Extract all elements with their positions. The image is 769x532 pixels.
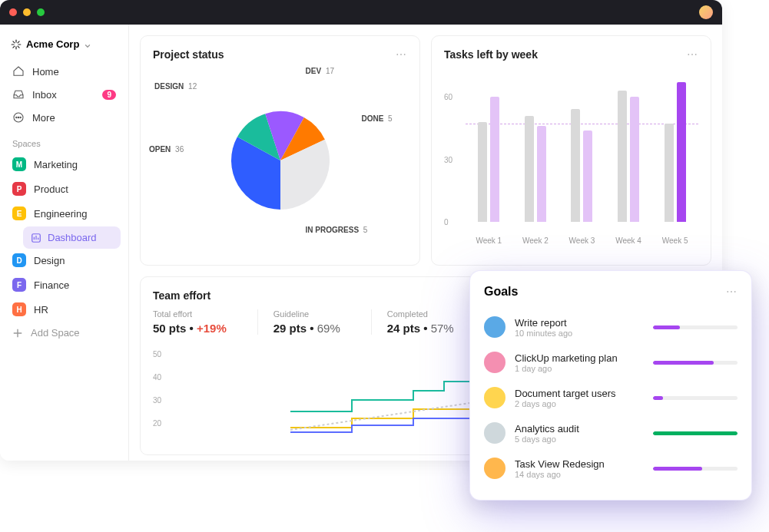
goal-name: Document target users bbox=[515, 388, 644, 399]
tasks-left-card: Tasks left by week ⋯ 03060Week 1Week 2We… bbox=[431, 35, 711, 266]
svg-point-11 bbox=[20, 117, 21, 117]
user-avatar[interactable] bbox=[699, 5, 713, 19]
goal-time: 1 day ago bbox=[515, 364, 644, 373]
svg-line-5 bbox=[18, 46, 19, 48]
nav-label: Inbox bbox=[32, 89, 57, 101]
more-icon bbox=[12, 111, 25, 124]
space-item[interactable]: MMarketing bbox=[8, 153, 121, 176]
goal-progress bbox=[653, 467, 738, 471]
team-stat: Completed24 pts • 57% bbox=[371, 309, 454, 335]
space-item[interactable]: FFinance bbox=[8, 273, 121, 296]
y-tick-label: 40 bbox=[153, 373, 161, 382]
goals-panel: Goals ⋯ Write report10 minutes ago Click… bbox=[469, 270, 752, 501]
bar bbox=[571, 109, 580, 222]
spaces-section-label: Spaces bbox=[8, 130, 121, 153]
space-badge-icon: F bbox=[12, 278, 26, 292]
goal-time: 5 days ago bbox=[515, 435, 644, 444]
stat-value: 50 pts • +19% bbox=[153, 322, 227, 335]
dashboard-icon bbox=[31, 233, 41, 243]
pie-label: IN PROGRESS 5 bbox=[306, 226, 368, 234]
bar-group bbox=[478, 97, 499, 222]
plus-icon bbox=[12, 328, 23, 339]
pie-chart: IN PROGRESS 5DONE 5DEV 17DESIGN 12OPEN 3… bbox=[153, 68, 407, 253]
goal-progress bbox=[653, 396, 738, 400]
y-tick-label: 20 bbox=[153, 419, 161, 428]
space-item[interactable]: EEngineering bbox=[8, 202, 121, 225]
goal-avatar bbox=[484, 422, 505, 444]
minimize-window-icon[interactable] bbox=[23, 8, 31, 16]
x-tick-label: Week 5 bbox=[662, 236, 688, 245]
stat-label: Completed bbox=[387, 309, 454, 319]
space-label: Product bbox=[34, 183, 68, 195]
nav-label: Home bbox=[32, 66, 59, 78]
add-space-button[interactable]: Add Space bbox=[8, 322, 121, 343]
card-more-icon[interactable]: ⋯ bbox=[396, 48, 407, 61]
nav-home[interactable]: Home bbox=[8, 61, 121, 82]
x-tick-label: Week 4 bbox=[615, 236, 641, 245]
goals-more-icon[interactable]: ⋯ bbox=[726, 286, 738, 298]
svg-line-4 bbox=[13, 41, 15, 42]
goal-avatar bbox=[484, 352, 505, 373]
goal-progress bbox=[653, 325, 738, 329]
stat-label: Total effort bbox=[153, 309, 227, 319]
chevron-down-icon bbox=[84, 41, 91, 48]
card-title: Tasks left by week bbox=[444, 48, 538, 61]
bar bbox=[537, 126, 546, 222]
pie-label: DONE 5 bbox=[361, 114, 392, 123]
home-icon bbox=[12, 65, 25, 78]
workspace-name: Acme Corp bbox=[26, 38, 79, 50]
goals-title: Goals bbox=[484, 285, 518, 299]
bar-group bbox=[571, 109, 592, 222]
bar-chart: 03060Week 1Week 2Week 3Week 4Week 5 bbox=[444, 68, 698, 245]
bar bbox=[665, 124, 674, 222]
goal-item[interactable]: Task View Redesign14 days ago bbox=[484, 451, 738, 486]
inbox-badge: 9 bbox=[102, 90, 116, 100]
goal-item[interactable]: ClickUp marketing plan1 day ago bbox=[484, 345, 738, 380]
card-title: Project status bbox=[153, 48, 224, 61]
svg-point-10 bbox=[18, 117, 18, 117]
space-label: Marketing bbox=[34, 159, 78, 170]
space-badge-icon: M bbox=[12, 157, 26, 171]
space-label: Engineering bbox=[34, 208, 87, 220]
card-more-icon[interactable]: ⋯ bbox=[687, 48, 698, 61]
space-sub-dashboard[interactable]: Dashboard bbox=[23, 226, 121, 249]
y-tick-label: 50 bbox=[153, 350, 161, 359]
space-badge-icon: H bbox=[12, 302, 26, 316]
y-tick-label: 0 bbox=[444, 218, 449, 226]
maximize-window-icon[interactable] bbox=[37, 8, 45, 16]
goal-time: 14 days ago bbox=[515, 470, 644, 479]
card-title: Team effort bbox=[153, 289, 210, 302]
close-window-icon[interactable] bbox=[9, 8, 17, 16]
project-status-card: Project status ⋯ IN PROGRESS 5DONE 5DEV … bbox=[140, 35, 420, 266]
nav-inbox[interactable]: Inbox 9 bbox=[8, 84, 121, 105]
nav-more[interactable]: More bbox=[8, 107, 121, 128]
space-badge-icon: E bbox=[12, 207, 26, 220]
y-tick-label: 30 bbox=[153, 396, 161, 405]
space-item[interactable]: HHR bbox=[8, 298, 121, 321]
goal-avatar bbox=[484, 458, 505, 479]
bar bbox=[630, 97, 639, 222]
space-item[interactable]: DDesign bbox=[8, 249, 121, 272]
space-item[interactable]: PProduct bbox=[8, 177, 121, 200]
stat-value: 29 pts • 69% bbox=[273, 322, 340, 335]
inbox-icon bbox=[12, 88, 25, 101]
goal-item[interactable]: Document target users2 days ago bbox=[484, 380, 738, 415]
svg-line-7 bbox=[18, 41, 19, 42]
goal-name: Analytics audit bbox=[515, 423, 644, 435]
goal-name: Task View Redesign bbox=[515, 458, 644, 470]
titlebar bbox=[0, 0, 722, 25]
workspace-selector[interactable]: Acme Corp bbox=[8, 34, 121, 55]
space-label: Design bbox=[34, 255, 65, 266]
workspace-logo-icon bbox=[11, 39, 22, 50]
pie-label: DESIGN 12 bbox=[154, 82, 197, 91]
goal-avatar bbox=[484, 316, 505, 338]
svg-point-9 bbox=[16, 117, 17, 117]
x-tick-label: Week 2 bbox=[522, 236, 549, 245]
bar bbox=[525, 116, 534, 222]
goal-name: Write report bbox=[515, 317, 644, 329]
bar-group bbox=[525, 116, 546, 222]
goal-item[interactable]: Analytics audit5 days ago bbox=[484, 415, 738, 451]
traffic-lights bbox=[9, 8, 45, 16]
goal-name: ClickUp marketing plan bbox=[515, 352, 644, 364]
goal-item[interactable]: Write report10 minutes ago bbox=[484, 309, 738, 345]
